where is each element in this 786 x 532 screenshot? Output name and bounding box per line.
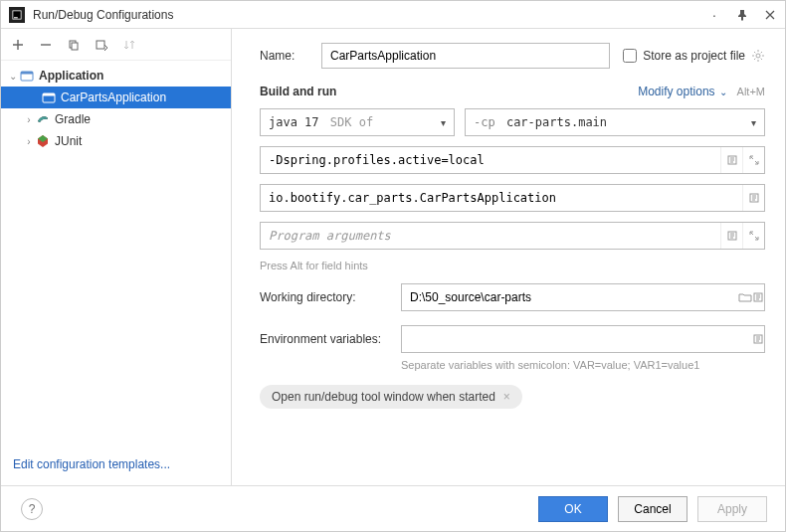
remove-chip-icon[interactable]: × xyxy=(503,390,510,404)
svg-rect-4 xyxy=(72,43,78,50)
chevron-down-icon: ▾ xyxy=(441,117,446,128)
caret-down-icon: ⌄ xyxy=(7,71,19,82)
copy-icon[interactable] xyxy=(65,36,83,54)
expand-icon[interactable] xyxy=(742,147,764,173)
svg-rect-5 xyxy=(97,41,104,49)
env-vars-input[interactable] xyxy=(402,326,752,352)
store-label: Store as project file xyxy=(643,49,745,63)
junit-icon xyxy=(35,133,51,149)
list-icon[interactable] xyxy=(752,333,764,345)
working-directory-label: Working directory: xyxy=(260,290,391,304)
tree-label: CarPartsApplication xyxy=(61,90,166,104)
svg-rect-2 xyxy=(14,17,18,18)
name-input[interactable] xyxy=(321,43,610,69)
remove-icon[interactable] xyxy=(37,36,55,54)
field-hints-text: Press Alt for field hints xyxy=(260,260,765,271)
app-icon xyxy=(9,7,25,23)
tree-node-application[interactable]: ⌄ Application xyxy=(1,65,231,87)
chevron-down-icon: ⌄ xyxy=(719,87,727,97)
sort-icon[interactable] xyxy=(120,36,138,54)
chevron-down-icon: ▾ xyxy=(751,117,756,128)
env-vars-label: Environment variables: xyxy=(260,332,391,346)
store-as-project-file-checkbox[interactable] xyxy=(623,49,637,63)
env-hint-text: Separate variables with semicolon: VAR=v… xyxy=(401,359,765,371)
program-args-field xyxy=(260,222,765,250)
tree-node-gradle[interactable]: › Gradle xyxy=(1,108,231,130)
list-icon[interactable] xyxy=(752,291,764,303)
sidebar-toolbar xyxy=(1,29,231,61)
sidebar: ⌄ Application CarPartsApplication › Grad… xyxy=(1,29,232,485)
caret-right-icon: › xyxy=(23,136,35,147)
application-icon xyxy=(41,89,57,105)
open-tool-window-chip[interactable]: Open run/debug tool window when started … xyxy=(260,385,522,409)
jdk-select[interactable]: java 17 SDK of ▾ xyxy=(260,108,455,136)
tree-node-carpartsapplication[interactable]: CarPartsApplication xyxy=(1,87,231,108)
name-label: Name: xyxy=(260,49,311,63)
minimize-icon[interactable]: · xyxy=(707,8,721,22)
titlebar: Run/Debug Configurations · xyxy=(1,1,785,29)
help-icon[interactable]: ? xyxy=(21,498,43,520)
gear-icon[interactable] xyxy=(751,49,765,63)
build-run-heading: Build and run xyxy=(260,85,336,98)
vm-options-field xyxy=(260,146,765,174)
svg-point-10 xyxy=(756,54,760,58)
cancel-button[interactable]: Cancel xyxy=(618,496,688,522)
dialog-footer: ? OK Cancel Apply xyxy=(1,485,785,531)
config-tree: ⌄ Application CarPartsApplication › Grad… xyxy=(1,61,231,447)
classpath-select[interactable]: -cp car-parts.main ▾ xyxy=(465,108,765,136)
edit-templates-link[interactable]: Edit configuration templates... xyxy=(13,457,170,471)
working-directory-field xyxy=(401,283,765,311)
modify-options-link[interactable]: Modify options ⌄ xyxy=(638,85,726,98)
window-title: Run/Debug Configurations xyxy=(33,8,707,22)
vm-options-input[interactable] xyxy=(261,147,720,173)
tree-label: Application xyxy=(39,69,103,83)
browse-icon[interactable] xyxy=(742,185,764,211)
close-icon[interactable] xyxy=(763,8,777,22)
main-class-input[interactable] xyxy=(261,185,742,211)
save-template-icon[interactable] xyxy=(93,36,110,54)
env-vars-field xyxy=(401,325,765,353)
main-panel: Name: Store as project file Build and ru… xyxy=(232,29,785,485)
main-class-field xyxy=(260,184,765,212)
modify-shortcut-hint: Alt+M xyxy=(737,86,765,97)
tree-label: JUnit xyxy=(55,134,82,148)
expand-icon[interactable] xyxy=(742,223,764,249)
ok-button[interactable]: OK xyxy=(538,496,608,522)
program-args-input[interactable] xyxy=(261,223,720,249)
application-icon xyxy=(19,68,35,84)
gradle-icon xyxy=(35,111,51,127)
svg-rect-7 xyxy=(21,72,33,75)
history-icon[interactable] xyxy=(720,147,742,173)
history-icon[interactable] xyxy=(720,223,742,249)
svg-rect-9 xyxy=(43,93,55,96)
working-directory-input[interactable] xyxy=(402,284,738,310)
tree-node-junit[interactable]: › JUnit xyxy=(1,130,231,152)
pin-icon[interactable] xyxy=(735,8,749,22)
tree-label: Gradle xyxy=(55,112,91,126)
caret-right-icon: › xyxy=(23,114,35,125)
apply-button[interactable]: Apply xyxy=(697,496,767,522)
folder-icon[interactable] xyxy=(738,291,752,303)
add-icon[interactable] xyxy=(9,36,27,54)
